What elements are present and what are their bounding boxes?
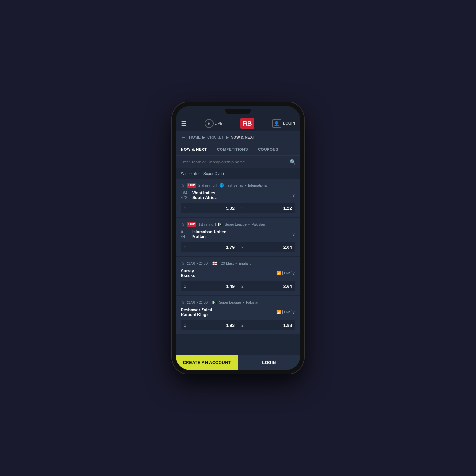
menu-icon[interactable]: ☰ [181, 120, 187, 127]
expand-icon[interactable]: ∨ [292, 193, 295, 198]
match-card: ☆ LIVE 1st inning | 🇵🇰 Super League • Pa… [176, 218, 300, 256]
live-small-badge: LIVE [282, 310, 292, 314]
teams-info: Peshawar Zalmi Karachi Kings [181, 307, 276, 317]
odds-button-2[interactable]: 2 1.88 [238, 320, 295, 330]
team1-score: 164 [181, 191, 190, 195]
teams-info: 164 West Indies 472 South Africa [181, 190, 292, 200]
login-label[interactable]: LOGIN [283, 121, 295, 126]
team-row: 472 South Africa [181, 195, 292, 200]
odds-value-1: 5.32 [226, 206, 235, 211]
search-icon[interactable]: 🔍 [289, 159, 296, 165]
login-button[interactable]: LOGIN [238, 355, 300, 370]
team-row: 44 Multan [181, 234, 292, 239]
match-meta: ☆ 21/06 • 21:00 | 🇵🇰 Super League • Paki… [181, 300, 295, 305]
odds-row: 1 1.49 2 2.64 [181, 281, 295, 291]
region-flag-icon: 🇵🇰 [218, 222, 223, 227]
match-date-time: 21/06 • 21:00 [187, 301, 208, 304]
match-teams: 164 West Indies 472 South Africa ∨ [181, 190, 295, 200]
match-date-time: 21/06 • 20:30 [187, 261, 208, 265]
breadcrumb: ← HOME ▶ CRICKET ▶ NOW & NEXT [176, 131, 300, 143]
team1-name: West Indies [192, 190, 215, 195]
team1-name: Peshawar Zalmi [181, 307, 212, 312]
odds-value-2: 2.64 [283, 284, 292, 289]
odds-button-1[interactable]: 1 1.49 [181, 281, 238, 291]
phone-frame: ☰ ◉ LIVE RB 👤 LOGIN ← HOME ▶ CRICKET ▶ N… [171, 102, 305, 374]
create-account-button[interactable]: CREATE AN ACCOUNT [176, 355, 238, 370]
team2-score: 472 [181, 195, 190, 200]
team1-name: Islamabad United [192, 229, 227, 234]
live-stream-indicator: 📶 LIVE [276, 271, 292, 275]
expand-icon[interactable]: ∨ [292, 310, 295, 315]
favourite-star-icon[interactable]: ☆ [181, 300, 185, 305]
match-region: Pakistan [252, 222, 265, 226]
live-button[interactable]: ◉ LIVE [205, 119, 222, 128]
odds-label-2: 2 [241, 206, 244, 210]
signal-icon: 📶 [276, 310, 281, 314]
odds-label-1: 1 [184, 323, 186, 327]
favourite-star-icon[interactable]: ☆ [181, 261, 185, 266]
team1-name: Surrey [181, 268, 194, 273]
app-logo[interactable]: RB [240, 118, 254, 129]
match-region: Pakistan [246, 301, 259, 304]
content-area: Winner (Incl. Super Over) ☆ LIVE 2nd inn… [176, 168, 300, 355]
breadcrumb-home[interactable]: HOME [189, 135, 201, 140]
favourite-star-icon[interactable]: ☆ [181, 222, 185, 227]
search-bar: 🔍 [176, 156, 300, 168]
teams-info: 0 Islamabad United 44 Multan [181, 229, 292, 239]
odds-row: 1 1.93 2 1.88 [181, 320, 295, 330]
tab-competitions[interactable]: COMPETITIONS [212, 143, 253, 155]
teams-info: Surrey Esseks [181, 268, 276, 278]
tab-coupons[interactable]: COUPONS [253, 143, 283, 155]
breadcrumb-current: NOW & NEXT [231, 135, 255, 140]
match-teams: Surrey Esseks 📶 LIVE ∨ [181, 268, 295, 278]
odds-label-2: 2 [241, 284, 244, 288]
region-flag-icon: 🏴󠁧󠁢󠁥󠁮󠁧󠁿 [212, 261, 217, 266]
team-row: Peshawar Zalmi [181, 307, 276, 312]
match-card: ☆ 21/06 • 20:30 | 🏴󠁧󠁢󠁥󠁮󠁧󠁿 T20 Blast • En… [176, 257, 300, 295]
odds-label-1: 1 [184, 284, 186, 288]
match-meta: ☆ LIVE 1st inning | 🇵🇰 Super League • Pa… [181, 222, 295, 227]
match-region: England [239, 261, 251, 265]
odds-value-2: 2.04 [283, 245, 292, 250]
match-teams: Peshawar Zalmi Karachi Kings 📶 LIVE ∨ [181, 307, 295, 317]
odds-button-1[interactable]: 1 5.32 [181, 203, 238, 213]
expand-icon[interactable]: ∨ [292, 232, 295, 237]
region-flag-icon: 🇵🇰 [212, 300, 217, 305]
odds-button-2[interactable]: 2 2.64 [238, 281, 295, 291]
team2-name: Karachi Kings [181, 312, 208, 317]
favourite-star-icon[interactable]: ☆ [181, 183, 185, 188]
team-row: Esseks [181, 273, 276, 278]
tab-bar: NOW & NEXT COMPETITIONS COUPONS [176, 143, 300, 156]
expand-icon[interactable]: ∨ [292, 271, 295, 276]
breadcrumb-sep1: ▶ [202, 135, 205, 140]
odds-button-1[interactable]: 1 1.93 [181, 320, 238, 330]
live-badge: LIVE [187, 222, 196, 227]
match-card: ☆ 21/06 • 21:00 | 🇵🇰 Super League • Paki… [176, 296, 300, 334]
odds-value-2: 1.22 [283, 206, 292, 211]
team-row: Karachi Kings [181, 312, 276, 317]
section-title: Winner (Incl. Super Over) [176, 168, 300, 179]
person-icon: 👤 [272, 119, 281, 128]
tab-now-next[interactable]: NOW & NEXT [176, 143, 212, 155]
odds-button-1[interactable]: 1 1.79 [181, 242, 238, 252]
live-stream-indicator: 📶 LIVE [276, 310, 292, 314]
team2-name: South Africa [192, 195, 217, 200]
back-arrow-icon[interactable]: ← [181, 135, 186, 140]
odds-button-2[interactable]: 2 2.04 [238, 242, 295, 252]
odds-button-2[interactable]: 2 1.22 [238, 203, 295, 213]
live-small-badge: LIVE [282, 271, 292, 275]
odds-value-1: 1.93 [226, 323, 235, 328]
breadcrumb-sep2: ▶ [226, 135, 229, 140]
phone-screen: ☰ ◉ LIVE RB 👤 LOGIN ← HOME ▶ CRICKET ▶ N… [176, 106, 300, 370]
match-series: Test Series [226, 183, 243, 187]
match-series: Super League [219, 301, 241, 304]
team-row: 164 West Indies [181, 190, 292, 195]
login-area[interactable]: 👤 LOGIN [272, 119, 295, 128]
live-badge: LIVE [187, 183, 196, 188]
team-row: Surrey [181, 268, 276, 273]
odds-value-1: 1.49 [226, 284, 235, 289]
signal-icon: 📶 [276, 271, 281, 275]
breadcrumb-sport[interactable]: CRICKET [207, 135, 224, 140]
search-input[interactable] [180, 160, 287, 164]
match-inning: 1st inning [198, 222, 213, 226]
